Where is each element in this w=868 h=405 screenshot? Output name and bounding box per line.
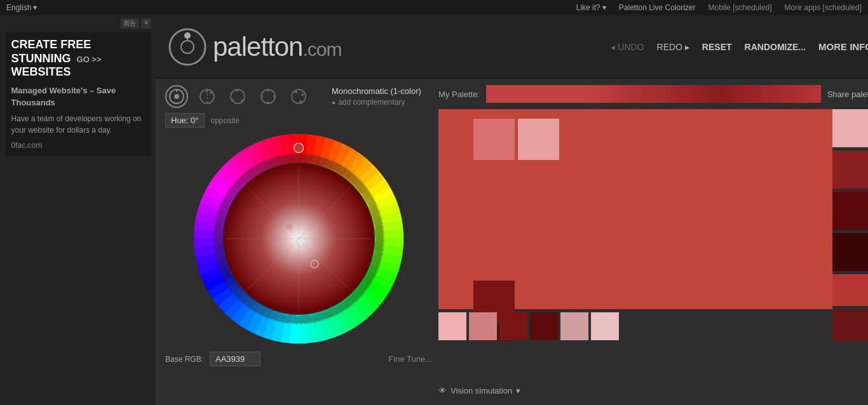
- main-content: paletton.com ◂ UNDO REDO ▸ RESET RANDOMI…: [156, 15, 868, 405]
- mode-tetradic[interactable]: [257, 85, 280, 108]
- wheel-canvas[interactable]: [191, 131, 407, 347]
- more-info-button[interactable]: MORE INFO ▾: [818, 41, 868, 53]
- color-grid: [438, 109, 868, 376]
- ad-banner[interactable]: CREATE FREE STUNNING GO >> WEBSITES Mana…: [5, 32, 151, 156]
- color-wheel[interactable]: [191, 131, 407, 347]
- opposite-label: opposite: [211, 116, 240, 125]
- left-panel: Monochromatic (1-color) ● add complement…: [165, 85, 432, 399]
- reset-button[interactable]: RESET: [702, 42, 732, 52]
- mode-main-label: Monochromatic (1-color): [332, 86, 421, 96]
- ad-close-button[interactable]: ✕: [141, 18, 151, 29]
- ad-link[interactable]: 0fac.com: [11, 141, 145, 150]
- svg-point-2: [184, 32, 191, 39]
- ad-marker: 廣告: [121, 18, 139, 29]
- more-apps-label: More apps [scheduled]: [785, 3, 862, 12]
- fine-tune-button[interactable]: Fine Tune...: [388, 354, 432, 364]
- logo-text: paletton.com: [213, 32, 341, 62]
- like-arrow: ▾: [602, 3, 606, 12]
- mode-freeform[interactable]: [287, 85, 310, 108]
- vision-arrow: ▾: [516, 386, 520, 395]
- svg-point-9: [206, 90, 208, 92]
- mode-adjacent[interactable]: [196, 85, 219, 108]
- logo-icon: [168, 28, 207, 66]
- add-complementary-label[interactable]: add complementary: [338, 98, 405, 107]
- svg-point-10: [210, 91, 212, 94]
- redo-button[interactable]: REDO ▸: [657, 42, 689, 52]
- sidebar: 廣告 ✕ CREATE FREE STUNNING GO >> WEBSITES…: [0, 15, 156, 405]
- colorzone: Monochromatic (1-color) ● add complement…: [156, 79, 868, 405]
- palette-canvas[interactable]: [438, 109, 868, 344]
- like-label: Like it?: [576, 3, 600, 12]
- svg-point-5: [174, 94, 179, 99]
- ad-subtitle: Managed Website's – Save Thousands Have …: [11, 84, 145, 136]
- right-panel: My Palette: Share palette ▾ 👁: [438, 85, 868, 399]
- live-colorizer-label: Paletton Live Colorizer: [619, 3, 696, 12]
- base-rgb-row: Base RGB: AA3939 Fine Tune...: [165, 352, 432, 366]
- mode-triadic[interactable]: [226, 85, 249, 108]
- svg-point-16: [267, 89, 269, 91]
- palette-bar[interactable]: [486, 85, 821, 103]
- svg-point-18: [267, 102, 269, 104]
- add-complementary-icon: ●: [332, 99, 336, 106]
- mode-monochromatic[interactable]: [165, 85, 188, 108]
- svg-point-12: [236, 89, 239, 91]
- undo-button[interactable]: ◂ UNDO: [611, 42, 644, 52]
- svg-point-19: [261, 95, 263, 98]
- randomize-button[interactable]: RANDOMIZE...: [745, 42, 806, 52]
- svg-point-22: [301, 93, 304, 96]
- mode-icons-row: Monochromatic (1-color) ● add complement…: [165, 85, 432, 108]
- header-nav: ◂ UNDO REDO ▸ RESET RANDOMIZE... MORE IN…: [611, 41, 868, 53]
- svg-point-1: [181, 41, 194, 53]
- svg-point-15: [261, 90, 275, 103]
- svg-point-13: [241, 99, 244, 102]
- vision-icon: 👁: [438, 386, 447, 395]
- share-palette-button[interactable]: Share palette ▾: [827, 90, 868, 99]
- svg-point-17: [273, 95, 276, 98]
- ad-close-bar: 廣告 ✕: [5, 18, 151, 29]
- svg-point-21: [295, 91, 297, 93]
- ad-title: CREATE FREE STUNNING GO >> WEBSITES: [11, 38, 145, 79]
- svg-point-14: [231, 99, 234, 102]
- palette-header: My Palette: Share palette ▾: [438, 85, 868, 103]
- hue-value: Hue: 0°: [165, 113, 205, 128]
- vision-label: Vision simulation: [451, 386, 512, 395]
- base-rgb-input[interactable]: AA3939: [210, 352, 261, 366]
- svg-point-20: [292, 90, 306, 103]
- palette-label: My Palette:: [438, 90, 480, 99]
- header: paletton.com ◂ UNDO REDO ▸ RESET RANDOMI…: [156, 15, 868, 79]
- hue-display: Hue: 0° opposite: [165, 113, 432, 128]
- language-selector[interactable]: English ▾: [6, 3, 37, 12]
- mode-label-area: Monochromatic (1-color) ● add complement…: [332, 86, 421, 107]
- mobile-label: Mobile [scheduled]: [709, 3, 772, 12]
- base-rgb-label: Base RGB:: [165, 355, 203, 364]
- logo: paletton.com: [168, 28, 341, 66]
- vision-simulation[interactable]: 👁 Vision simulation ▾: [438, 383, 868, 399]
- language-arrow: ▾: [33, 3, 37, 12]
- live-colorizer-link[interactable]: Paletton Live Colorizer: [619, 3, 696, 12]
- svg-point-23: [299, 100, 302, 103]
- language-label: English: [6, 3, 31, 12]
- like-button[interactable]: Like it? ▾: [576, 3, 606, 12]
